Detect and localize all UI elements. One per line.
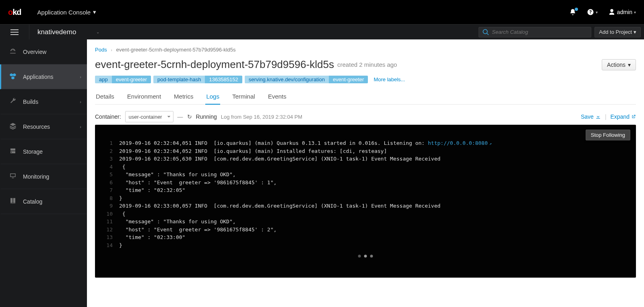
label-app[interactable]: appevent-greeter: [95, 76, 151, 83]
external-link-icon: ↗: [489, 141, 492, 146]
line-number: 2: [103, 147, 119, 155]
tab-environment[interactable]: Environment: [126, 91, 162, 105]
log-line: 4 {: [95, 163, 636, 171]
line-text: "message" : "Thanks for using OKD",: [119, 171, 236, 179]
book-icon: [8, 197, 17, 206]
line-number: 9: [103, 202, 119, 210]
log-line: 14}: [95, 241, 636, 249]
line-number: 1: [103, 139, 119, 147]
tabs: DetailsEnvironmentMetricsLogsTerminalEve…: [95, 91, 636, 105]
container-label: Container:: [95, 113, 121, 120]
logo-kd: kd: [12, 8, 21, 16]
tab-terminal[interactable]: Terminal: [231, 91, 256, 105]
line-text: "message" : "Thanks for using OKD",: [119, 218, 236, 226]
log-line: 12019-09-16 02:32:04,051 INFO [io.quarku…: [95, 139, 636, 147]
line-text: {: [119, 163, 126, 171]
cubes-icon: [8, 72, 17, 81]
tab-events[interactable]: Events: [267, 91, 287, 105]
sidebar-toggle[interactable]: [0, 25, 29, 39]
more-labels-link[interactable]: More labels...: [374, 76, 405, 82]
catalog-search[interactable]: [479, 27, 591, 37]
line-text: 2019-09-16 02:33:00,057 INFO [com.red.de…: [119, 202, 444, 210]
notifications-button[interactable]: [569, 8, 576, 16]
log-line: 92019-09-16 02:33:00,057 INFO [com.red.d…: [95, 202, 636, 210]
expand-log-button[interactable]: Expand: [611, 113, 636, 120]
line-number: 12: [103, 226, 119, 234]
search-icon: [482, 29, 489, 36]
log-line: 11 "message" : "Thanks for using OKD",: [95, 218, 636, 226]
line-text: {: [119, 210, 126, 218]
breadcrumb-current: event-greeter-5crnh-deployment-57b79d959…: [116, 47, 236, 53]
actions-button[interactable]: Actions ▾: [602, 59, 636, 70]
caret-down-icon: ▾: [634, 29, 636, 35]
monitor-icon: [8, 172, 17, 181]
log-line: 12 "host" : "Event greeter => '9861675f8…: [95, 226, 636, 234]
log-line: 8}: [95, 194, 636, 202]
expand-label: Expand: [611, 113, 630, 120]
line-number: 6: [103, 179, 119, 187]
sidebar-item-applications[interactable]: Applications›: [0, 64, 87, 89]
dashboard-icon: [8, 47, 17, 56]
sidebar-item-label: Applications: [23, 74, 54, 80]
topbar-right: ▾ admin ▾: [569, 8, 636, 16]
log-from: Log from Sep 16, 2019 2:32:04 PM: [221, 114, 302, 120]
loading-indicator: [358, 255, 373, 258]
log-viewer[interactable]: Stop Following 12019-09-16 02:32:04,051 …: [95, 125, 636, 278]
breadcrumb: Pods › event-greeter-5crnh-deployment-57…: [95, 47, 636, 53]
project-name: knativedemo: [37, 28, 76, 36]
sidebar-item-label: Catalog: [23, 198, 42, 205]
log-link[interactable]: http://0.0.0.0:8080: [428, 140, 488, 146]
line-number: 13: [103, 233, 119, 241]
project-picker[interactable]: knativedemo ⌄: [29, 28, 107, 36]
line-text: 2019-09-16 02:32:04,052 INFO [io.quarkus…: [119, 147, 387, 155]
label-value: event-greeter: [329, 76, 368, 83]
tab-metrics[interactable]: Metrics: [173, 91, 194, 105]
status-running: Running: [196, 113, 217, 120]
caret-down-icon: ▾: [596, 10, 598, 14]
user-menu[interactable]: admin ▾: [608, 8, 636, 16]
log-controls: Container: user-container — ↻ Running Lo…: [95, 111, 636, 122]
log-line: 13 "time" : "02:33:00": [95, 233, 636, 241]
help-button[interactable]: ▾: [587, 8, 598, 16]
caret-down-icon: ▾: [634, 10, 636, 14]
line-text: }: [119, 241, 122, 249]
label-pod-template-hash[interactable]: pod-template-hash1363585152: [153, 76, 242, 83]
label-key: serving.knative.dev/configuration: [245, 76, 329, 83]
stop-following-button[interactable]: Stop Following: [586, 130, 630, 140]
line-number: 4: [103, 163, 119, 171]
console-picker[interactable]: Application Console ▾: [37, 8, 97, 16]
sidebar-item-monitoring[interactable]: Monitoring: [0, 164, 87, 189]
container-select[interactable]: user-container: [125, 111, 173, 122]
sidebar-item-resources[interactable]: Resources›: [0, 114, 87, 139]
dash-icon: —: [178, 113, 183, 120]
layers-icon: [8, 122, 17, 131]
chevron-right-icon: ›: [80, 124, 81, 129]
page-created: created 2 minutes ago: [337, 61, 397, 68]
tab-details[interactable]: Details: [95, 91, 115, 105]
breadcrumb-root[interactable]: Pods: [95, 47, 107, 53]
save-log-button[interactable]: Save: [581, 113, 601, 120]
external-link-icon: [631, 114, 636, 119]
sidebar-item-catalog[interactable]: Catalog: [0, 189, 87, 214]
log-line: 5 "message" : "Thanks for using OKD",: [95, 171, 636, 179]
sidebar-item-builds[interactable]: Builds›: [0, 89, 87, 114]
sidebar-item-label: Monitoring: [23, 173, 49, 180]
sync-icon: ↻: [187, 113, 192, 120]
search-input[interactable]: [492, 29, 588, 35]
line-text: }: [119, 194, 122, 202]
save-label: Save: [581, 113, 594, 120]
line-number: 5: [103, 171, 119, 179]
sidebar-item-storage[interactable]: Storage: [0, 139, 87, 164]
caret-down-icon: ▾: [93, 8, 96, 16]
sidebar-item-overview[interactable]: Overview: [0, 39, 87, 64]
user-name: admin: [617, 9, 632, 15]
line-number: 8: [103, 194, 119, 202]
notification-dot-icon: [575, 8, 578, 11]
tab-logs[interactable]: Logs: [205, 91, 220, 105]
add-to-project-button[interactable]: Add to Project ▾: [594, 27, 641, 37]
main-content: Pods › event-greeter-5crnh-deployment-57…: [87, 39, 644, 307]
label-serving.knative.dev/configuration[interactable]: serving.knative.dev/configurationevent-g…: [245, 76, 368, 83]
label-key: app: [95, 76, 112, 83]
label-value: event-greeter: [112, 76, 151, 83]
page-title: event-greeter-5crnh-deployment-57b79d959…: [95, 58, 334, 71]
